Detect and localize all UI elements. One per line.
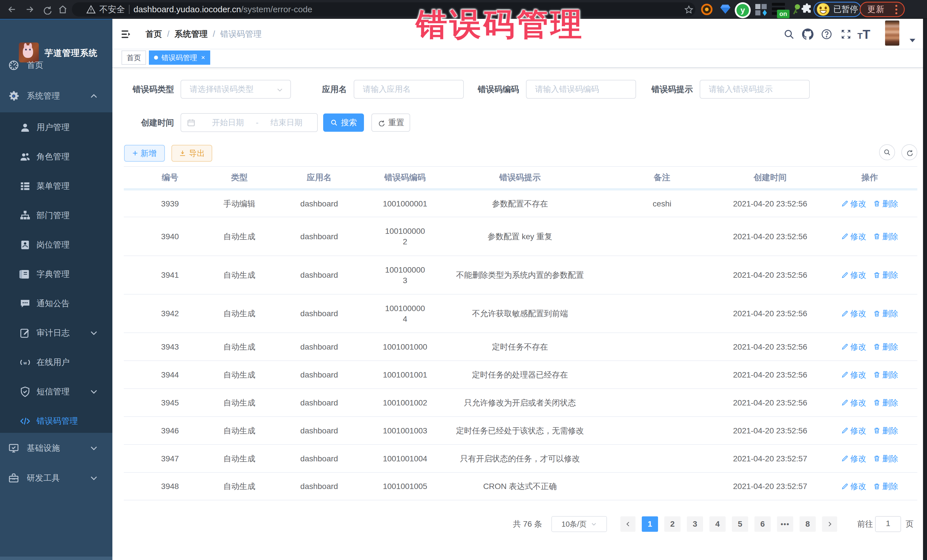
svg-text:w: w <box>23 360 27 365</box>
